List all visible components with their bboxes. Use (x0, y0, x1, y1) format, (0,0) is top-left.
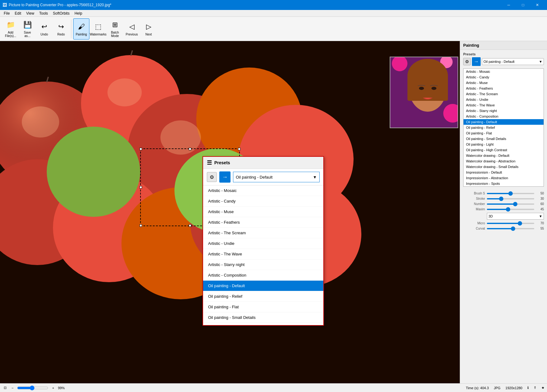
sp-item[interactable]: Artistic - The Wave (464, 102, 544, 108)
micro-track[interactable] (487, 223, 534, 224)
toolbar-btn-redo[interactable]: ↪Redo (53, 18, 69, 40)
svg-point-27 (419, 87, 424, 90)
sp-item[interactable]: Watercolor drawing - Default (464, 153, 544, 158)
sp-item[interactable]: Artistic - Feathers (464, 86, 544, 91)
ld-item[interactable]: Oil painting - Default (203, 281, 323, 291)
sp-item[interactable]: Watercolor drawing - Abstraction (464, 158, 544, 164)
ld-item[interactable]: Artistic - Muse (203, 207, 323, 217)
zoom-level: 99% (58, 386, 65, 390)
preset-dropdown-small[interactable]: Oil painting - Default ▼ (482, 58, 544, 65)
fit-btn[interactable]: ⊡ (2, 385, 8, 390)
curvat-label: Curvat (463, 227, 485, 230)
zoom-out-btn[interactable]: − (10, 385, 15, 390)
preset-arrow-btn[interactable]: → (472, 57, 481, 66)
toolbar-btn-save-as[interactable]: 💾Saveas... (19, 18, 36, 40)
small-preset-dropdown: Artistic - MosaicArtistic - CandyArtisti… (463, 68, 544, 187)
ld-item[interactable]: Artistic - Composition (203, 270, 323, 281)
ld-item[interactable]: Artistic - Starry night (203, 259, 323, 270)
toolbar-btn-undo[interactable]: ↩Undo (36, 18, 52, 40)
menu-item-help[interactable]: Help (72, 11, 85, 16)
micro-row: Micro 70 (463, 222, 544, 225)
sp-item[interactable]: Artistic - Mosaic (464, 69, 544, 74)
sp-item[interactable]: Impressionism - Default (464, 170, 544, 175)
sp-item[interactable]: Oil painting - Light (464, 142, 544, 147)
toolbar-btn-watermarks[interactable]: ⬚Watermarks (90, 18, 106, 40)
sp-item[interactable]: Impressionism - Abstraction (464, 175, 544, 181)
watermarks-label: Watermarks (90, 33, 107, 36)
ld-preset-selector[interactable]: Oil painting - Default ▼ (233, 172, 320, 182)
micro-label: Micro (463, 222, 485, 225)
maximize-button[interactable]: □ (516, 0, 530, 10)
sp-item[interactable]: Artistic - Muse (464, 80, 544, 86)
svg-point-28 (431, 87, 436, 90)
close-button[interactable]: ✕ (530, 0, 545, 10)
3d-value: 3D (488, 214, 493, 218)
brush-size-label: Brush S (463, 192, 485, 195)
previous-icon: ◁ (127, 22, 137, 32)
ld-arrow-btn[interactable]: → (219, 171, 231, 183)
number-value: 60 (536, 202, 544, 206)
number-track[interactable] (487, 203, 534, 205)
large-dropdown-controls: ⚙ → Oil painting - Default ▼ (203, 169, 323, 185)
toolbar-sep-1 (71, 20, 71, 38)
ld-item[interactable]: Artistic - Feathers (203, 217, 323, 228)
sp-item[interactable]: Oil painting - High Contrast (464, 147, 544, 153)
sp-item[interactable]: Oil painting - Flat (464, 130, 544, 136)
ld-item[interactable]: Oil painting - Relief (203, 291, 323, 302)
maxim-track[interactable] (487, 209, 534, 210)
sp-item[interactable]: Oil painting - Small Details (464, 136, 544, 142)
toolbar-btn-painting[interactable]: 🖌Painting (73, 18, 89, 40)
canvas-background: ☰ Presets ⚙ → Oil painting - Default ▼ A… (0, 41, 460, 383)
ld-arrow-icon: ▼ (313, 175, 317, 180)
ld-item[interactable]: Artistic - Undie (203, 238, 323, 249)
ld-item[interactable]: Oil painting - Light (203, 323, 323, 325)
status-bar-info: Time (s): 404.3 JPG 1920x1280 ℹ ⇑ ★ (466, 386, 545, 390)
toolbar-btn-next[interactable]: ▷Next (140, 18, 157, 40)
toolbar-btn-previous[interactable]: ◁Previous (124, 18, 140, 40)
sp-item[interactable]: Artistic - Starry night (464, 108, 544, 114)
sp-item[interactable]: Oil painting - Relief (464, 125, 544, 130)
sp-item[interactable]: Impressionism - Spots (464, 181, 544, 186)
svg-point-15 (107, 78, 142, 106)
toolbar-btn-batch-mode[interactable]: ⊞BatchMode (107, 18, 123, 40)
ld-item[interactable]: Oil painting - Small Details (203, 312, 323, 323)
sp-item[interactable]: Artistic - Candy (464, 74, 544, 80)
ld-item[interactable]: Oil painting - Flat (203, 302, 323, 312)
sp-item[interactable]: Artistic - The Scream (464, 91, 544, 97)
add-files-icon: 📁 (6, 20, 16, 30)
svg-point-14 (22, 106, 59, 138)
stroke-track[interactable] (487, 198, 534, 199)
toolbar-btn-add-files[interactable]: 📁AddFile(s)... (2, 18, 19, 40)
canvas-area: ☰ Presets ⚙ → Oil painting - Default ▼ A… (0, 41, 460, 383)
sp-item[interactable]: Artistic - Composition (464, 114, 544, 119)
curvat-track[interactable] (487, 228, 534, 229)
minimize-button[interactable]: ─ (502, 0, 516, 10)
sp-item[interactable]: Watercolor drawing - Small Details (464, 164, 544, 170)
preset-settings-icon[interactable]: ⚙ (463, 58, 471, 65)
preview-thumbnail (390, 57, 458, 128)
stroke-row: Stroke 30 (463, 197, 544, 200)
menu-item-softorbits[interactable]: SoftOrbits (50, 11, 72, 16)
brush-size-track[interactable] (487, 193, 534, 194)
ld-item[interactable]: Artistic - Candy (203, 196, 323, 207)
ld-item[interactable]: Artistic - The Scream (203, 228, 323, 238)
micro-value: 70 (536, 222, 544, 225)
sp-item[interactable]: Oil painting - Default (464, 119, 544, 125)
previous-label: Previous (126, 33, 138, 36)
painting-icon: 🖌 (76, 22, 86, 32)
ld-settings-btn[interactable]: ⚙ (207, 172, 217, 182)
sp-item[interactable]: Artistic - Undie (464, 97, 544, 102)
large-preset-dropdown: ☰ Presets ⚙ → Oil painting - Default ▼ A… (202, 156, 324, 326)
menu-item-view[interactable]: View (24, 11, 37, 16)
menu-item-file[interactable]: File (1, 11, 12, 16)
zoom-bar: ⊡ − + 99% Time (s): 404.3 JPG 1920x1280 … (0, 383, 547, 392)
brush-size-value: 50 (536, 192, 544, 195)
menu-item-edit[interactable]: Edit (12, 11, 24, 16)
zoom-in-btn[interactable]: + (51, 385, 55, 390)
main-content: ☰ Presets ⚙ → Oil painting - Default ▼ A… (0, 41, 547, 383)
ld-item[interactable]: Artistic - The Wave (203, 249, 323, 259)
menu-item-tools[interactable]: Tools (37, 11, 50, 16)
ld-item[interactable]: Artistic - Mosaic (203, 185, 323, 196)
zoom-slider[interactable] (17, 385, 48, 390)
3d-dropdown[interactable]: 3D ▼ (487, 213, 544, 220)
